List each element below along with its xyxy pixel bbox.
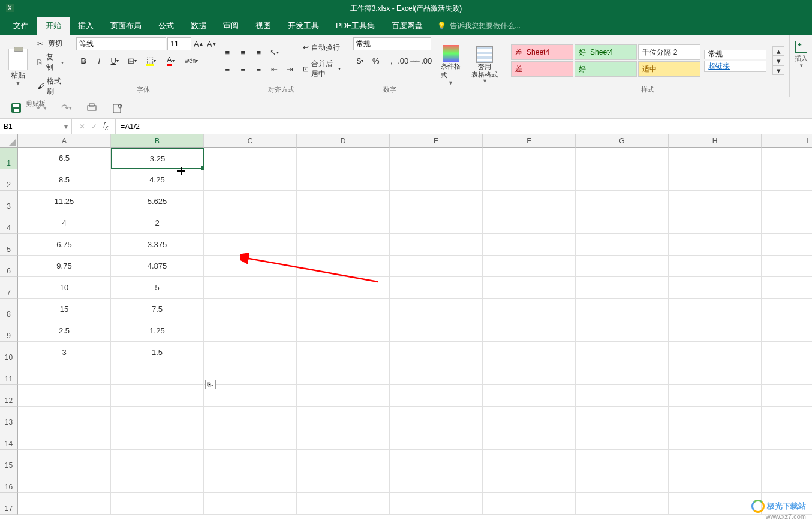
cut-button[interactable]: ✂剪切 [35,37,66,50]
style-item-4[interactable]: 好 [575,61,637,77]
cell-G1[interactable] [576,148,669,169]
row-header-17[interactable]: 17 [0,493,18,515]
align-middle-icon[interactable]: ≡ [236,46,250,59]
cell-G15[interactable] [576,450,669,471]
cell-D12[interactable] [297,385,390,407]
cell-E12[interactable] [390,385,483,407]
cell-F8[interactable] [483,299,576,320]
cell-D6[interactable] [297,256,390,277]
cell-B5[interactable]: 3.375 [111,234,204,256]
cell-H9[interactable] [669,320,762,342]
row-header-3[interactable]: 3 [0,191,18,212]
style-item-2[interactable]: 千位分隔 2 [638,44,700,60]
cell-H11[interactable] [669,363,762,385]
cell-F5[interactable] [483,234,576,256]
gallery-down-icon[interactable]: ▾ [772,56,784,65]
cell-D11[interactable] [297,363,390,385]
cell-H15[interactable] [669,450,762,471]
cell-B9[interactable]: 1.25 [111,320,204,342]
row-header-1[interactable]: 1 [0,148,18,169]
tell-me-search[interactable]: 💡告诉我您想要做什么... [437,21,521,31]
cancel-formula-icon[interactable]: ✕ [79,122,85,131]
bold-button[interactable]: B [76,54,91,67]
cell-C10[interactable] [204,342,297,363]
cell-A17[interactable] [18,493,111,515]
tab-页面布局[interactable]: 页面布局 [102,17,150,35]
cell-I9[interactable] [762,320,812,342]
orientation-icon[interactable]: ⤡▾ [267,46,281,59]
col-header-C[interactable]: C [204,134,297,148]
cell-G14[interactable] [576,428,669,450]
cell-A12[interactable] [18,385,111,407]
tab-数据[interactable]: 数据 [182,17,215,35]
style-item-0[interactable]: 差_Sheet4 [511,44,573,60]
tab-百度网盘[interactable]: 百度网盘 [383,17,431,35]
cell-G8[interactable] [576,299,669,320]
cell-B6[interactable]: 4.875 [111,256,204,277]
cell-H2[interactable] [669,169,762,191]
row-header-14[interactable]: 14 [0,428,18,450]
cell-B8[interactable]: 7.5 [111,299,204,320]
cell-F16[interactable] [483,471,576,493]
cell-G3[interactable] [576,191,669,212]
autofill-options-button[interactable]: ⎘▾ [205,380,216,389]
cell-C5[interactable] [204,234,297,256]
cell-G9[interactable] [576,320,669,342]
tab-插入[interactable]: 插入 [70,17,102,35]
cell-E5[interactable] [390,234,483,256]
cell-C1[interactable] [204,148,297,169]
cell-E16[interactable] [390,471,483,493]
cell-D10[interactable] [297,342,390,363]
spreadsheet-grid[interactable]: ABCDEFGHI16.53.2528.54.25311.255.6254425… [0,134,812,515]
tab-审阅[interactable]: 审阅 [215,17,247,35]
tab-视图[interactable]: 视图 [247,17,279,35]
cell-B13[interactable] [111,407,204,428]
cell-F6[interactable] [483,256,576,277]
row-header-15[interactable]: 15 [0,450,18,471]
cell-E8[interactable] [390,299,483,320]
styles-gallery[interactable]: 差_Sheet4好_Sheet4千位分隔 2差好适中 [511,44,700,77]
cell-G4[interactable] [576,212,669,234]
cell-I14[interactable] [762,428,812,450]
row-header-16[interactable]: 16 [0,471,18,493]
tab-文件[interactable]: 文件 [5,17,37,35]
cell-A8[interactable]: 15 [18,299,111,320]
style-item-5[interactable]: 适中 [638,61,700,77]
cell-G7[interactable] [576,277,669,299]
cell-E9[interactable] [390,320,483,342]
conditional-format-button[interactable]: 条件格式 ▼ [437,43,465,88]
row-header-7[interactable]: 7 [0,277,18,299]
cell-C13[interactable] [204,407,297,428]
cell-F4[interactable] [483,212,576,234]
cell-A7[interactable]: 10 [18,277,111,299]
cell-I11[interactable] [762,363,812,385]
accept-formula-icon[interactable]: ✓ [91,122,97,131]
col-header-H[interactable]: H [669,134,762,148]
cell-F2[interactable] [483,169,576,191]
cell-A16[interactable] [18,471,111,493]
col-header-D[interactable]: D [297,134,390,148]
cell-G5[interactable] [576,234,669,256]
cell-E10[interactable] [390,342,483,363]
row-header-8[interactable]: 8 [0,299,18,320]
cell-E6[interactable] [390,256,483,277]
col-header-B[interactable]: B [111,134,204,148]
align-top-icon[interactable]: ≡ [220,46,234,59]
cell-B1[interactable]: 3.25 [111,148,204,169]
cell-B2[interactable]: 4.25 [111,169,204,191]
style-normal[interactable] [704,50,766,59]
cell-D14[interactable] [297,428,390,450]
cell-H12[interactable] [669,385,762,407]
col-header-F[interactable]: F [483,134,576,148]
cell-H14[interactable] [669,428,762,450]
cell-A15[interactable] [18,450,111,471]
cell-H8[interactable] [669,299,762,320]
cell-F14[interactable] [483,428,576,450]
cell-G6[interactable] [576,256,669,277]
cell-F7[interactable] [483,277,576,299]
cell-I13[interactable] [762,407,812,428]
cell-H17[interactable] [669,493,762,515]
cell-B4[interactable]: 2 [111,212,204,234]
indent-increase-icon[interactable]: ⇥ [282,62,297,76]
cell-A5[interactable]: 6.75 [18,234,111,256]
